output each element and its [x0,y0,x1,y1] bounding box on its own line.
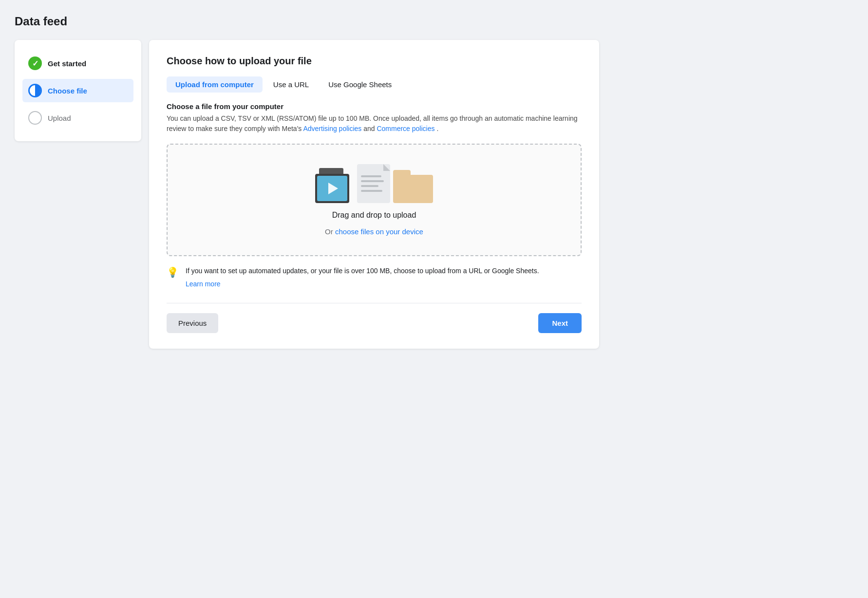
tab-use-google-sheets[interactable]: Use Google Sheets [320,76,400,93]
drop-zone[interactable]: Drag and drop to upload Or choose files … [167,144,582,256]
step-current-icon [28,84,42,97]
step-pending-icon [28,111,42,125]
content-panel: Choose how to upload your file Upload fr… [149,40,599,349]
previous-button[interactable]: Previous [167,313,218,333]
document-icon [357,164,390,203]
choose-files-link[interactable]: choose files on your device [335,227,423,236]
drag-drop-text: Drag and drop to upload [332,211,416,220]
step-choose-file[interactable]: Choose file [22,79,133,102]
commerce-policies-link[interactable]: Commerce policies [377,125,434,132]
tab-use-url[interactable]: Use a URL [264,76,318,93]
drop-or-text: Or choose files on your device [325,227,423,236]
step-done-icon: ✓ [28,56,42,70]
footer: Previous Next [167,303,582,333]
next-button[interactable]: Next [538,313,582,333]
step-upload-label: Upload [48,114,71,122]
tab-bar: Upload from computer Use a URL Use Googl… [167,76,582,93]
tip-text: If you want to set up automated updates,… [186,266,539,289]
lightbulb-icon: 💡 [167,266,179,278]
sidebar: ✓ Get started Choose file Upload [15,40,141,141]
advertising-policies-link[interactable]: Advertising policies [303,125,361,132]
step-upload[interactable]: Upload [22,106,133,130]
main-container: ✓ Get started Choose file Upload Choose … [15,40,599,349]
step-get-started[interactable]: ✓ Get started [22,52,133,75]
upload-illustration [315,164,433,203]
tip-box: 💡 If you want to set up automated update… [167,266,582,289]
tab-upload-computer[interactable]: Upload from computer [167,76,263,93]
learn-more-link[interactable]: Learn more [186,279,539,289]
content-title: Choose how to upload your file [167,56,582,67]
file-section-title: Choose a file from your computer [167,102,582,111]
step-choose-file-label: Choose file [48,87,87,95]
step-get-started-label: Get started [48,59,86,68]
file-section: Choose a file from your computer You can… [167,102,582,134]
video-icon [315,168,354,203]
folder-icon [393,169,433,203]
page-title: Data feed [15,15,853,28]
file-section-desc: You can upload a CSV, TSV or XML (RSS/AT… [167,113,582,134]
